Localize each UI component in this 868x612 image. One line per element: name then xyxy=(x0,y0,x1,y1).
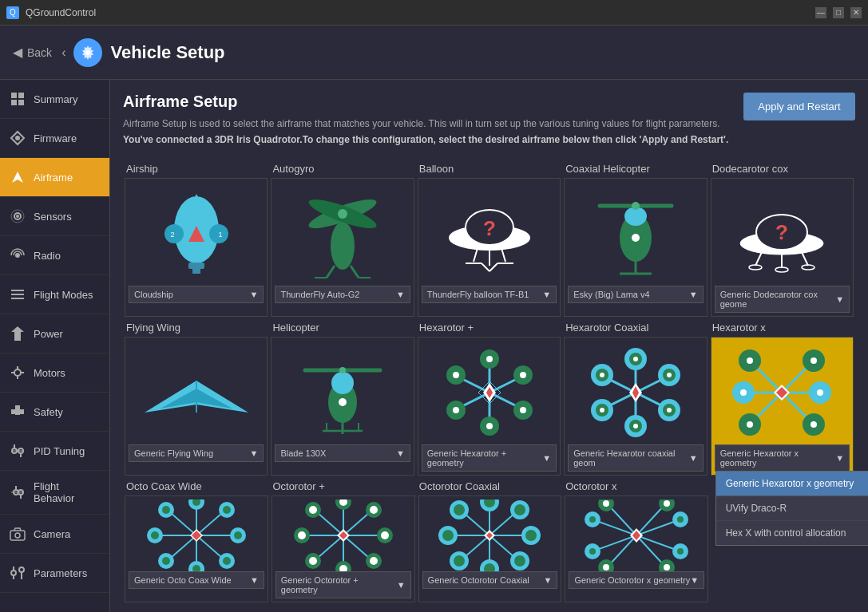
sidebar-item-parameters[interactable]: Parameters xyxy=(0,554,109,593)
octorotor-plus-dropdown[interactable]: Generic Octorotor + geometry ▼ xyxy=(275,571,411,598)
sidebar-item-camera[interactable]: Camera xyxy=(0,515,109,554)
minimize-button[interactable]: — xyxy=(815,7,826,18)
svg-line-66 xyxy=(489,263,497,271)
category-label-octorotor-x: Octorotor x xyxy=(562,480,708,492)
sidebar-item-flight-modes[interactable]: Flight Modes xyxy=(0,275,109,314)
svg-line-79 xyxy=(802,252,808,266)
svg-point-228 xyxy=(603,564,609,571)
flight-behavior-label: Flight Behavior xyxy=(34,480,101,504)
octorotor-coaxial-dropdown[interactable]: Generic Octorotor Coaxial ▼ xyxy=(422,571,558,589)
title-bar-text: QGroundControl xyxy=(26,7,815,18)
back-button[interactable]: ◀ Back xyxy=(13,45,52,60)
sidebar-item-airframe[interactable]: Airframe xyxy=(0,158,109,197)
balloon-dropdown[interactable]: ThunderFly balloon TF-B1 ▼ xyxy=(422,286,557,303)
svg-rect-2 xyxy=(18,93,24,98)
svg-point-104 xyxy=(486,356,493,362)
apply-restart-button[interactable]: Apply and Restart xyxy=(743,93,855,120)
sidebar-item-motors[interactable]: Motors xyxy=(0,353,109,393)
category-label-flying-wing: Flying Wing xyxy=(123,322,269,334)
octorotor-coaxial-dropdown-arrow: ▼ xyxy=(544,575,553,585)
camera-icon xyxy=(8,524,27,543)
svg-rect-47 xyxy=(188,263,204,269)
sidebar-item-sensors[interactable]: Sensors xyxy=(0,197,109,236)
app-icon: Q xyxy=(6,6,19,19)
svg-line-61 xyxy=(501,248,505,262)
category-label-autogyro: Autogyro xyxy=(269,163,415,175)
category-label-hexarotor-plus: Hexarotor + xyxy=(416,322,562,334)
hexarotor-x-option-1[interactable]: Generic Hexarotor x geometry xyxy=(716,472,868,496)
airship-dropdown[interactable]: Cloudship ▼ xyxy=(129,286,264,303)
svg-point-70 xyxy=(632,202,640,210)
hexarotor-x-option-2[interactable]: UVify Draco-R xyxy=(716,496,868,521)
category-label-hexarotor-x: Hexarotor x xyxy=(709,322,855,334)
svg-line-65 xyxy=(482,263,489,271)
svg-point-49 xyxy=(331,222,355,270)
hexarotor-coaxial-dropdown[interactable]: Generic Hexarotor coaxial geom ▼ xyxy=(568,444,703,472)
svg-point-163 xyxy=(151,531,159,539)
app-container: ◀ Back ‹ Vehicle Setup xyxy=(0,26,868,612)
main-inner: Airframe Setup Airframe Setup is used to… xyxy=(110,80,868,612)
maximize-button[interactable]: □ xyxy=(833,7,844,18)
back-arrow-icon: ◀ xyxy=(13,45,22,60)
svg-point-186 xyxy=(381,531,389,539)
motors-icon xyxy=(8,363,27,382)
coaxial-dropdown[interactable]: Esky (Big) Lama v4 ▼ xyxy=(568,286,703,303)
vehicle-setup-icon xyxy=(73,38,102,67)
airframe-label: Airframe xyxy=(34,172,73,184)
svg-point-129 xyxy=(633,424,638,428)
sidebar-item-summary[interactable]: Summary xyxy=(0,80,109,119)
svg-text:?: ? xyxy=(775,220,788,244)
octorotor-coaxial-dropdown-value: Generic Octorotor Coaxial xyxy=(428,575,529,585)
safety-icon xyxy=(8,402,27,421)
power-label: Power xyxy=(34,328,63,340)
category-label-balloon: Balloon xyxy=(416,163,562,175)
sidebar-item-power[interactable]: Power xyxy=(0,314,109,353)
helicopter-dropdown-arrow: ▼ xyxy=(396,448,405,458)
svg-point-212 xyxy=(514,504,525,515)
hexarotor-plus-dropdown[interactable]: Generic Hexarotor + geometry ▼ xyxy=(422,444,557,472)
pid-tuning-label: PID Tuning xyxy=(34,445,85,457)
svg-point-171 xyxy=(162,557,170,565)
sidebar-item-radio[interactable]: Radio xyxy=(0,236,109,275)
svg-point-52 xyxy=(338,209,347,219)
svg-point-230 xyxy=(664,564,670,571)
svg-point-232 xyxy=(589,516,596,523)
svg-point-105 xyxy=(486,423,493,429)
helicopter-dropdown[interactable]: Blade 130X ▼ xyxy=(275,444,410,462)
autogyro-dropdown[interactable]: ThunderFly Auto-G2 ▼ xyxy=(275,286,410,303)
flying-wing-dropdown[interactable]: Generic Flying Wing ▼ xyxy=(129,444,264,462)
octo-coax-wide-dropdown-arrow: ▼ xyxy=(250,575,259,585)
hexarotor-x-dropdown[interactable]: Generic Hexarotor x geometry ▼ Generic H… xyxy=(715,444,850,472)
svg-point-108 xyxy=(453,407,459,413)
dodecarotor-dropdown-arrow: ▼ xyxy=(835,294,844,304)
dodecarotor-dropdown-value: Generic Dodecarotor cox geome xyxy=(720,290,836,309)
svg-point-94 xyxy=(339,398,347,406)
octorotor-x-dropdown[interactable]: Generic Octorotor x geometry ▼ xyxy=(569,571,704,589)
svg-point-73 xyxy=(632,234,640,242)
svg-point-128 xyxy=(633,357,638,361)
svg-point-194 xyxy=(370,557,378,565)
svg-point-9 xyxy=(16,215,19,218)
hexarotor-x-option-3[interactable]: Hex X with control allocation xyxy=(716,521,868,545)
svg-point-224 xyxy=(603,500,609,507)
dodecarotor-dropdown[interactable]: Generic Dodecarotor cox geome ▼ xyxy=(715,286,850,313)
svg-point-130 xyxy=(600,373,604,377)
parameters-label: Parameters xyxy=(34,567,87,579)
svg-point-184 xyxy=(298,531,306,539)
flight-modes-icon xyxy=(8,285,27,304)
svg-point-216 xyxy=(514,555,525,567)
svg-rect-48 xyxy=(192,269,200,274)
sidebar-item-pid-tuning[interactable]: PID Tuning xyxy=(0,432,109,471)
svg-point-89 xyxy=(339,367,346,373)
sidebar-item-safety[interactable]: Safety xyxy=(0,393,109,432)
sidebar-item-flight-behavior[interactable]: Flight Behavior xyxy=(0,471,109,515)
flying-wing-dropdown-value: Generic Flying Wing xyxy=(134,448,213,458)
flying-wing-dropdown-arrow: ▼ xyxy=(250,448,259,458)
close-button[interactable]: ✕ xyxy=(850,7,862,18)
svg-point-150 xyxy=(817,389,823,396)
svg-point-236 xyxy=(589,548,596,555)
back-label: Back xyxy=(27,46,52,59)
octo-coax-wide-dropdown[interactable]: Generic Octo Coax Wide ▼ xyxy=(129,571,264,589)
sidebar-item-firmware[interactable]: Firmware xyxy=(0,119,109,158)
svg-text:?: ? xyxy=(483,216,496,240)
